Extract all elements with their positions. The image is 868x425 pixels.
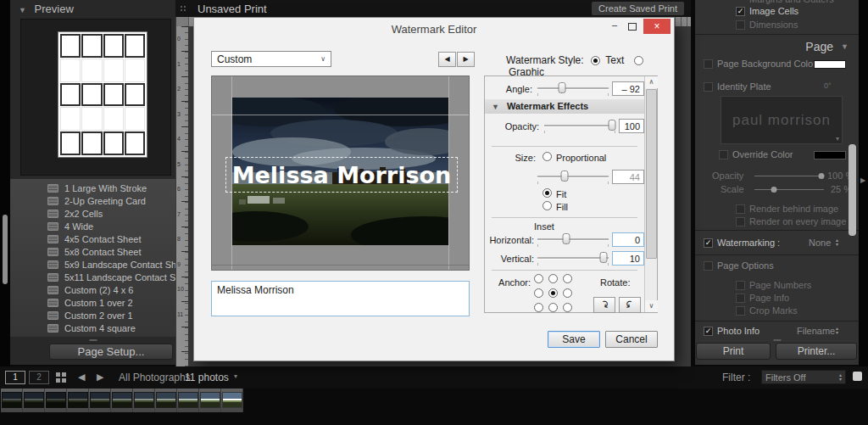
page-setup-button[interactable]: Page Setup... <box>49 344 173 360</box>
previous-preset-button[interactable]: ◀ <box>438 52 456 67</box>
minimize-button[interactable]: – <box>608 20 621 33</box>
template-item[interactable]: 2-Up Greeting Card <box>10 194 175 207</box>
size-slider-thumb[interactable] <box>560 171 568 182</box>
close-button[interactable]: × <box>643 19 670 34</box>
filmstrip-thumbnail[interactable] <box>155 389 177 412</box>
template-item[interactable]: 1 Large With Stroke <box>10 182 175 194</box>
override-color-checkbox[interactable] <box>719 150 728 159</box>
plate-scale-slider[interactable] <box>754 189 824 190</box>
maximize-button[interactable] <box>625 20 640 33</box>
template-item[interactable]: 4 Wide <box>10 220 175 232</box>
scroll-down-icon[interactable]: ∨ <box>645 300 658 312</box>
left-panel-scrollbar[interactable] <box>3 215 8 284</box>
identity-plate-caret-icon[interactable]: ▾ <box>836 135 839 143</box>
filmstrip-thumbnail[interactable] <box>45 389 67 412</box>
anchor-radio[interactable] <box>534 303 543 312</box>
opacity-value[interactable]: 100 <box>619 119 644 133</box>
filmstrip-thumbnail[interactable] <box>1 389 23 412</box>
cancel-button[interactable]: Cancel <box>605 331 658 348</box>
watermarking-value[interactable]: None <box>809 238 831 248</box>
filmstrip-thumbnail[interactable] <box>221 389 243 412</box>
dimensions-checkbox[interactable] <box>736 20 745 30</box>
angle-slider[interactable] <box>537 81 609 95</box>
source-label[interactable]: All Photographs <box>119 372 191 383</box>
vertical-slider-thumb[interactable] <box>600 252 608 263</box>
filmstrip-thumbnail[interactable] <box>23 389 45 412</box>
print-button[interactable]: Print <box>696 343 771 360</box>
effects-section-header[interactable]: ▼ Watermark Effects <box>485 99 645 114</box>
template-item[interactable]: Custom 2 over 1 <box>10 309 175 322</box>
filmstrip-thumbnail[interactable] <box>177 389 199 412</box>
identity-plate-preview[interactable]: paul morrison ▾ <box>721 96 843 144</box>
panel-grip[interactable] <box>89 339 97 341</box>
template-item[interactable]: 5x8 Contact Sheet <box>10 245 175 258</box>
anchor-radio[interactable] <box>548 303 558 312</box>
size-fill-radio[interactable] <box>542 201 552 210</box>
photo-info-spinner-icon[interactable]: ▴▾ <box>836 327 838 335</box>
rotate-cw-button[interactable]: ↷ <box>593 297 615 313</box>
angle-slider-thumb[interactable] <box>559 82 566 93</box>
filmstrip-thumbnail[interactable] <box>67 389 89 412</box>
scrollbar-thumb[interactable] <box>646 89 657 259</box>
template-item[interactable]: 5x9 Landscape Contact Sheet <box>10 258 175 271</box>
angle-value[interactable]: – 92 <box>612 81 644 96</box>
vertical-value[interactable]: 10 <box>612 251 644 266</box>
photo-info-value[interactable]: Filename <box>797 326 835 336</box>
crop-marks-checkbox[interactable] <box>736 306 745 316</box>
anchor-radio[interactable] <box>563 288 572 298</box>
image-cells-checkbox[interactable]: ✓ <box>736 7 745 16</box>
render-every-checkbox[interactable] <box>736 217 745 226</box>
second-window-button[interactable]: 2 <box>29 371 49 384</box>
size-proportional-radio[interactable] <box>542 152 552 161</box>
identity-plate-angle[interactable]: 0° <box>824 81 832 90</box>
save-button[interactable]: Save <box>548 331 600 348</box>
rotate-ccw-button[interactable]: ↶ <box>619 297 641 313</box>
photo-count[interactable]: 11 photos <box>185 372 229 383</box>
horizontal-slider[interactable] <box>537 232 609 246</box>
filter-dropdown[interactable]: Filters Off ▴▾ <box>761 370 846 384</box>
template-item[interactable]: 2x2 Cells <box>10 207 175 220</box>
vertical-slider[interactable] <box>537 251 609 265</box>
page-section-header[interactable]: Page <box>805 40 833 53</box>
anchor-radio[interactable] <box>548 274 558 283</box>
panel-expand-arrow-icon[interactable]: ▶ <box>860 176 865 184</box>
panel-toggle-icon[interactable] <box>181 6 182 8</box>
filmstrip-thumbnail[interactable] <box>199 389 221 412</box>
plate-opacity-slider[interactable] <box>754 176 824 176</box>
preset-dropdown[interactable]: Custom ∨ <box>211 51 331 67</box>
next-arrow-icon[interactable]: ▶ <box>97 372 103 383</box>
photo-count-caret-icon[interactable]: ▾ <box>234 372 237 380</box>
template-item[interactable]: 5x11 Landscape Contact Sheet <box>10 271 175 283</box>
anchor-radio[interactable] <box>534 288 543 298</box>
anchor-radio[interactable] <box>548 288 558 298</box>
template-item[interactable]: 4x5 Contact Sheet <box>10 232 175 245</box>
style-graphic-radio[interactable] <box>634 56 643 65</box>
template-item[interactable]: Custom 1 over 2 <box>10 296 175 309</box>
filmstrip-toggle-icon[interactable] <box>853 372 862 381</box>
page-info-checkbox[interactable] <box>736 294 745 303</box>
filmstrip-thumbnail[interactable] <box>89 389 111 412</box>
watermarking-checkbox[interactable]: ✓ <box>704 238 713 248</box>
horizontal-slider-thumb[interactable] <box>562 233 570 244</box>
template-item[interactable]: Custom 4 square <box>10 322 175 334</box>
panel-grip[interactable] <box>773 339 781 341</box>
plate-scale-thumb[interactable] <box>771 187 776 193</box>
page-bg-color-checkbox[interactable] <box>704 59 713 69</box>
grid-view-icon[interactable] <box>56 372 60 377</box>
size-value[interactable]: 44 <box>612 170 644 184</box>
watermark-text-input[interactable]: Melissa Morrison <box>211 281 470 316</box>
preview-panel-header[interactable]: ▼ Preview <box>19 3 74 15</box>
opacity-slider-thumb[interactable] <box>608 120 615 131</box>
anchor-radio[interactable] <box>563 303 572 312</box>
style-text-radio[interactable] <box>591 56 600 65</box>
horizontal-value[interactable]: 0 <box>612 232 644 247</box>
previous-arrow-icon[interactable]: ◀ <box>78 372 85 383</box>
controls-scrollbar[interactable]: ∧ ∨ <box>644 76 657 312</box>
page-collapse-icon[interactable]: ▼ <box>841 42 849 51</box>
anchor-radio[interactable] <box>534 274 543 283</box>
scroll-up-icon[interactable]: ∧ <box>645 76 658 88</box>
page-bg-color-swatch[interactable] <box>814 60 846 69</box>
create-saved-print-button[interactable]: Create Saved Print <box>592 2 684 15</box>
page-options-checkbox[interactable] <box>704 261 713 271</box>
right-panel-scrollbar[interactable] <box>849 144 856 236</box>
